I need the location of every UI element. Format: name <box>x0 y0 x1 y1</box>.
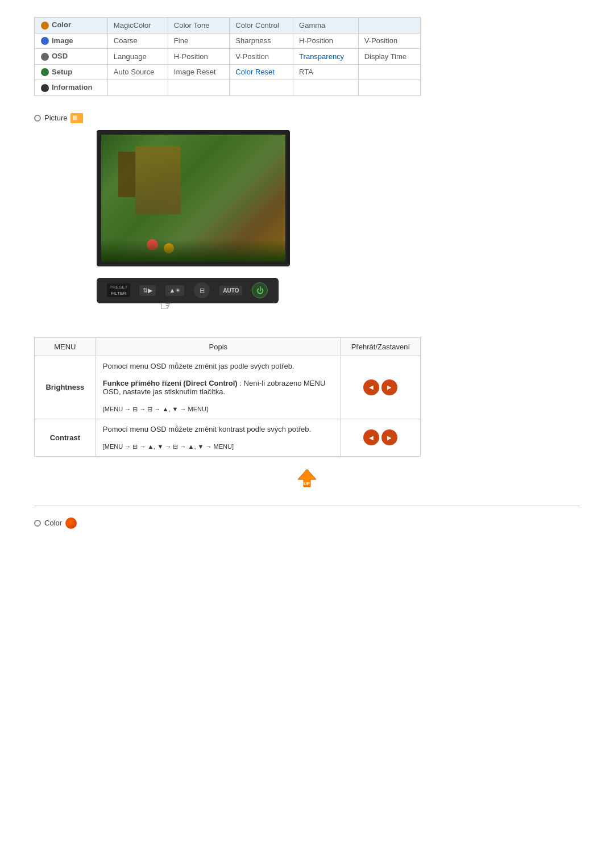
svg-point-2 <box>41 53 49 61</box>
nav-section-osd[interactable]: OSD <box>35 49 108 65</box>
nav-section-information[interactable]: Information <box>35 80 108 96</box>
nav-cell <box>293 80 359 96</box>
nav-section-image[interactable]: Image <box>35 33 108 49</box>
nav-hint-contrast: [MENU → ⊟ → ▲, ▼ → ⊟ → ▲, ▼ → MENU] <box>103 443 234 450</box>
ctrl-menu-btn[interactable]: PRESET FILTER <box>107 283 130 297</box>
information-icon <box>40 84 49 93</box>
svg-point-0 <box>41 22 49 30</box>
nav-cell[interactable]: Coarse <box>107 33 168 49</box>
desc-brightness: Pomocí menu OSD můžete změnit jas podle … <box>96 356 341 419</box>
ctrl-brightness-btn[interactable]: ▲☀ <box>165 285 184 296</box>
nav-cell[interactable]: Color Control <box>230 18 293 34</box>
page-container: ColorMagicColorColor ToneColor ControlGa… <box>0 0 614 546</box>
nav-cell <box>107 80 168 96</box>
osd-icon <box>40 52 49 61</box>
nav-cell[interactable]: RTA <box>293 64 359 80</box>
image-icon <box>40 36 49 45</box>
color-label: Color <box>34 518 580 529</box>
controller-bar: PRESET FILTER ⇅▶ ▲☀ ⊟ AUTO ⏻ <box>97 278 279 303</box>
ctrl-auto-btn[interactable]: AUTO <box>219 286 242 295</box>
nav-cell <box>358 80 420 96</box>
nav-hint-brightness: [MENU → ⊟ → ⊟ → ▲, ▼ → MENU] <box>103 406 208 412</box>
nav-cell[interactable]: V-Position <box>358 33 420 49</box>
menu-contrast: Contrast <box>35 419 96 456</box>
ctrl-power-btn[interactable]: ⏻ <box>252 282 268 298</box>
picture-label: Picture <box>34 113 580 123</box>
desc-plain-2: Pomocí menu OSD můžete změnit kontrast p… <box>103 425 311 433</box>
ctrl-enter-btn[interactable]: ⊟ <box>194 282 210 298</box>
menu-brightness: Brightness <box>35 356 96 419</box>
monitor-frame <box>97 130 290 266</box>
pagoda-decoration <box>118 152 135 197</box>
play-btn-left-2[interactable]: ◀ <box>363 429 379 445</box>
flowers2-decoration <box>164 243 174 253</box>
up-svg: UP <box>296 468 318 488</box>
nav-cell <box>168 80 229 96</box>
monitor-screen <box>101 135 285 262</box>
nav-cell[interactable]: Fine <box>168 33 229 49</box>
table-row: Contrast Pomocí menu OSD můžete změnit k… <box>35 419 421 456</box>
color-radio-dot <box>34 520 41 527</box>
desc-bold-label: Funkce přímého řízení (Direct Control) <box>103 379 238 387</box>
nav-cell[interactable]: Transparency <box>293 49 359 65</box>
play-buttons-contrast: ◀ ▶ <box>348 429 413 445</box>
table-header-menu: MENU <box>35 337 96 356</box>
flowers-decoration <box>147 239 158 251</box>
nav-cell[interactable]: Gamma <box>293 18 359 34</box>
nav-cell[interactable]: Auto Source <box>107 64 168 80</box>
svg-point-4 <box>41 84 49 92</box>
table-header-popis: Popis <box>96 337 341 356</box>
svg-text:UP: UP <box>304 481 310 486</box>
nav-section-setup[interactable]: Setup <box>35 64 108 80</box>
instructions-table: MENU Popis Přehrát/Zastavení Brightness … <box>34 337 421 457</box>
play-contrast[interactable]: ◀ ▶ <box>341 419 420 456</box>
play-btn-right-2[interactable]: ▶ <box>381 429 397 445</box>
nav-cell[interactable]: MagicColor <box>107 18 168 34</box>
play-btn-right[interactable]: ▶ <box>381 379 397 395</box>
desc-contrast: Pomocí menu OSD můžete změnit kontrast p… <box>96 419 341 456</box>
nav-cell[interactable]: V-Position <box>230 49 293 65</box>
svg-point-3 <box>41 68 49 76</box>
picture-icon <box>70 113 83 123</box>
nav-cell[interactable]: Image Reset <box>168 64 229 80</box>
section-divider <box>34 506 580 506</box>
nav-cell[interactable]: Display Time <box>358 49 420 65</box>
nav-cell <box>358 64 420 80</box>
table-row: Brightness Pomocí menu OSD můžete změnit… <box>35 356 421 419</box>
svg-point-1 <box>41 37 49 45</box>
nav-cell[interactable]: Color Tone <box>168 18 229 34</box>
nav-cell[interactable]: Color Reset <box>230 64 293 80</box>
ctrl-source-btn[interactable]: ⇅▶ <box>139 285 156 296</box>
nav-cell[interactable]: H-Position <box>293 33 359 49</box>
desc-plain-1: Pomocí menu OSD můžete změnit jas podle … <box>103 362 294 370</box>
up-container: UP <box>34 468 580 491</box>
up-icon[interactable]: UP <box>296 468 318 491</box>
monitor-container <box>97 130 580 266</box>
color-icon <box>65 518 77 529</box>
nav-cell[interactable]: H-Position <box>168 49 229 65</box>
nav-table: ColorMagicColorColor ToneColor ControlGa… <box>34 17 421 96</box>
color-text: Color <box>44 519 62 527</box>
controller-container: PRESET FILTER ⇅▶ ▲☀ ⊟ AUTO ⏻ ☞ <box>97 278 580 315</box>
play-brightness[interactable]: ◀ ▶ <box>341 356 420 419</box>
play-buttons: ◀ ▶ <box>348 379 413 395</box>
radio-dot <box>34 115 41 122</box>
nav-cell[interactable]: Sharpness <box>230 33 293 49</box>
setup-icon <box>40 68 49 77</box>
nav-cell[interactable]: Language <box>107 49 168 65</box>
color-icon <box>40 21 49 30</box>
nav-cell <box>230 80 293 96</box>
nav-cell <box>358 18 420 34</box>
picture-text: Picture <box>44 114 67 122</box>
play-btn-left[interactable]: ◀ <box>363 379 379 395</box>
table-header-play: Přehrát/Zastavení <box>341 337 420 356</box>
nav-section-color[interactable]: Color <box>35 18 108 34</box>
